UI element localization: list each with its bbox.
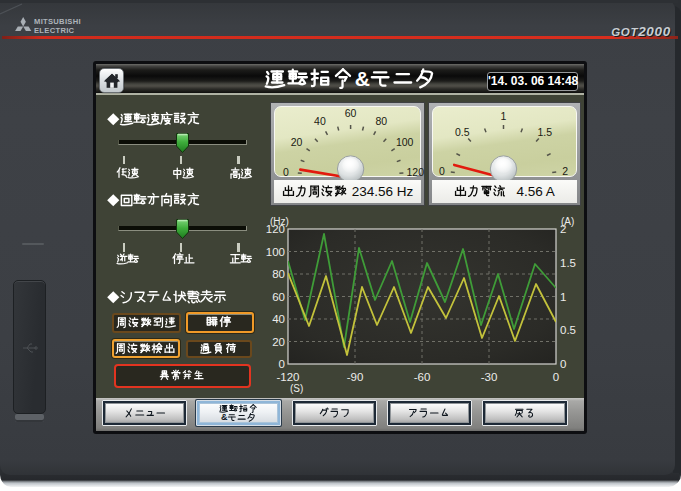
svg-text:ELECTRIC: ELECTRIC <box>34 26 75 35</box>
svg-text:&: & <box>355 67 370 90</box>
